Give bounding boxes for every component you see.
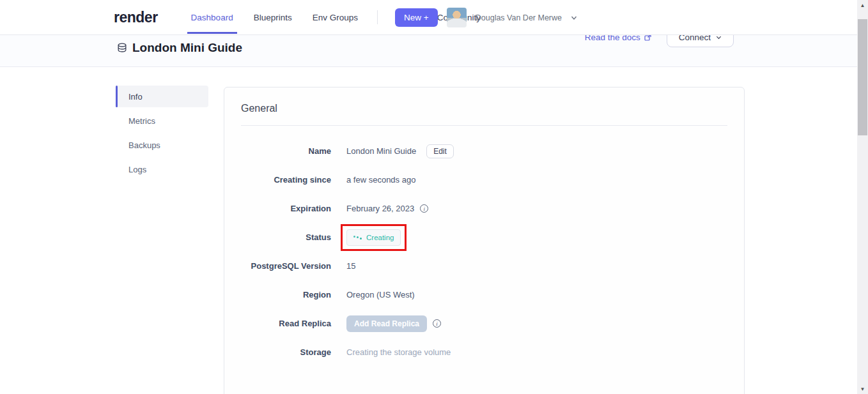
field-value: Oregon (US West) xyxy=(346,290,415,299)
nav-item-label: Blueprints xyxy=(254,13,292,22)
nav-right: New + Douglas Van Der Merwe xyxy=(395,0,577,35)
field-label: Status xyxy=(241,232,331,242)
field-row-region: Region Oregon (US West) xyxy=(241,280,727,309)
add-read-replica-button[interactable]: Add Read Replica xyxy=(346,315,427,332)
chevron-down-icon xyxy=(716,34,722,40)
field-value: a few seconds ago xyxy=(346,175,415,185)
sidebar-item-metrics[interactable]: Metrics xyxy=(116,110,208,132)
scroll-down-arrow-icon[interactable]: ▼ xyxy=(857,384,868,394)
info-icon[interactable]: i xyxy=(433,319,441,328)
edit-name-button[interactable]: Edit xyxy=(426,144,454,158)
sidebar-item-label: Backups xyxy=(128,140,160,150)
sidebar-active-accent xyxy=(116,86,118,107)
field-row-creating-since: Creating since a few seconds ago xyxy=(241,165,727,194)
general-card: General Name London Mini Guide Edit Crea… xyxy=(224,87,745,394)
sidebar-item-logs[interactable]: Logs xyxy=(116,158,208,180)
field-row-postgresql-version: PostgreSQL Version 15 xyxy=(241,252,727,280)
field-label: Expiration xyxy=(241,204,331,213)
nav-item-env-groups[interactable]: Env Groups xyxy=(311,1,359,34)
active-tab-indicator xyxy=(187,32,237,34)
chevron-down-icon[interactable] xyxy=(571,15,577,21)
card-heading: General xyxy=(241,103,727,114)
sidebar-item-backups[interactable]: Backups xyxy=(116,134,208,156)
user-name: Douglas Van Der Merwe xyxy=(476,13,562,22)
render-logo[interactable]: render xyxy=(114,9,158,26)
nav-item-label: Dashboard xyxy=(191,13,233,22)
field-row-name: Name London Mini Guide Edit xyxy=(241,137,727,165)
field-row-storage: Storage Creating the storage volume xyxy=(241,338,727,367)
field-value: February 26, 2023 xyxy=(346,204,414,213)
field-label: PostgreSQL Version xyxy=(241,261,331,271)
nav-item-blueprints[interactable]: Blueprints xyxy=(252,1,293,34)
nav-item-label: Env Groups xyxy=(313,13,358,22)
page-title: London Mini Guide xyxy=(132,41,242,55)
status-badge-label: Creating xyxy=(366,234,394,241)
card-divider xyxy=(241,125,727,126)
sidebar-item-info[interactable]: Info xyxy=(116,86,208,107)
sidebar-item-label: Logs xyxy=(128,165,146,174)
field-label: Storage xyxy=(241,347,331,357)
vertical-scrollbar[interactable]: ▲ ▼ xyxy=(857,0,868,394)
nav-divider xyxy=(377,10,378,24)
field-value: Creating the storage volume xyxy=(346,347,451,357)
field-row-read-replica: Read Replica Add Read Replica i xyxy=(241,309,727,338)
scrollbar-thumb[interactable] xyxy=(858,19,867,135)
field-row-status: Status Creating xyxy=(241,223,727,252)
status-badge: Creating xyxy=(346,229,401,246)
sidebar-item-label: Metrics xyxy=(128,116,155,126)
database-icon xyxy=(117,43,127,53)
nav-item-dashboard[interactable]: Dashboard xyxy=(190,1,235,34)
sidebar: Info Metrics Backups Logs xyxy=(116,86,208,183)
field-value: London Mini Guide xyxy=(346,146,416,156)
info-icon[interactable]: i xyxy=(420,204,428,213)
field-value: 15 xyxy=(346,261,355,271)
sidebar-item-label: Info xyxy=(128,92,143,102)
red-annotation-box: Creating xyxy=(341,224,407,251)
field-label: Region xyxy=(241,290,331,299)
page-header: London Mini Guide Read the docs Connect xyxy=(0,35,857,67)
field-label: Read Replica xyxy=(241,319,331,328)
scroll-up-arrow-icon[interactable]: ▲ xyxy=(857,0,868,10)
top-navbar: render Dashboard Blueprints Env Groups D… xyxy=(0,0,857,35)
new-button[interactable]: New + xyxy=(395,8,438,27)
user-avatar[interactable] xyxy=(447,8,467,27)
field-row-expiration: Expiration February 26, 2023 i xyxy=(241,194,727,223)
creating-spinner-icon xyxy=(353,235,362,240)
field-label: Creating since xyxy=(241,175,331,185)
field-label: Name xyxy=(241,146,331,156)
